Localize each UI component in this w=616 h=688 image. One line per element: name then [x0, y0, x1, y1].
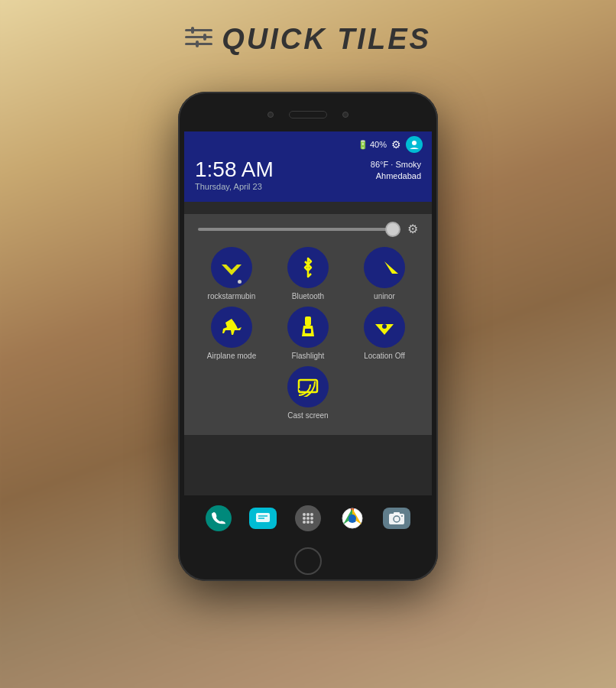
nav-chat[interactable] — [249, 508, 277, 529]
svg-rect-10 — [305, 316, 311, 326]
tile-cast-circle — [287, 366, 329, 407]
svg-point-34 — [310, 521, 313, 524]
nav-camera[interactable] — [383, 508, 410, 529]
tile-flashlight-label: Flashlight — [292, 352, 325, 360]
nav-chrome[interactable] — [339, 505, 365, 531]
tile-wifi-label: rockstarmubin — [208, 292, 256, 300]
svg-marker-9 — [384, 261, 398, 274]
svg-point-28 — [310, 513, 313, 516]
brightness-slider[interactable] — [198, 228, 400, 231]
status-bar: 🔋 40% ⚙ — [184, 131, 432, 156]
svg-point-37 — [349, 514, 356, 522]
tiles-grid: rockstarmubin Bluetooth — [184, 244, 432, 426]
svg-point-30 — [306, 517, 310, 520]
svg-point-32 — [303, 521, 306, 524]
tile-flashlight-circle — [287, 307, 329, 348]
home-button[interactable] — [294, 547, 322, 575]
brightness-auto-icon[interactable]: ⚙ — [407, 222, 418, 236]
nav-phone[interactable] — [206, 505, 232, 531]
svg-rect-0 — [185, 29, 212, 31]
tile-location[interactable]: Location Off — [348, 307, 421, 360]
title-icon — [185, 25, 212, 54]
svg-rect-12 — [305, 329, 311, 333]
sensor-dot — [342, 112, 349, 118]
weather-city: Ahmedabad — [371, 170, 421, 182]
time-block: 1:58 AM Thursday, April 23 — [195, 159, 274, 191]
tile-location-circle — [364, 307, 405, 348]
settings-icon[interactable]: ⚙ — [391, 138, 401, 151]
svg-point-27 — [306, 513, 310, 516]
phone-screen: 🔋 40% ⚙ 1:58 AM Thursday, April 23 — [184, 131, 432, 541]
earpiece-speaker — [289, 111, 327, 118]
tile-airplane-circle — [211, 307, 252, 348]
svg-point-29 — [303, 517, 306, 520]
user-avatar[interactable] — [406, 136, 423, 153]
phone-device: 🔋 40% ⚙ 1:58 AM Thursday, April 23 — [178, 92, 438, 581]
svg-point-14 — [382, 324, 387, 329]
tile-cast-label: Cast screen — [287, 411, 328, 420]
weather-temp: 86°F · Smoky — [371, 159, 421, 170]
tile-location-label: Location Off — [364, 352, 405, 360]
bottom-nav — [184, 495, 432, 541]
tile-bluetooth-circle — [287, 247, 329, 288]
svg-point-41 — [401, 515, 403, 517]
wifi-dot — [238, 280, 242, 284]
tile-airplane-label: Airplane mode — [207, 352, 256, 360]
phone-home-area — [294, 547, 322, 575]
svg-rect-5 — [196, 41, 199, 47]
tile-bluetooth-label: Bluetooth — [292, 292, 324, 300]
tile-wifi[interactable]: rockstarmubin — [195, 247, 268, 300]
svg-point-26 — [303, 513, 306, 516]
current-time: 1:58 AM — [195, 159, 274, 180]
tile-cast[interactable]: Cast screen — [271, 366, 345, 420]
nav-apps[interactable] — [295, 505, 321, 531]
svg-rect-40 — [394, 512, 400, 514]
svg-rect-3 — [191, 27, 194, 34]
svg-point-31 — [310, 517, 313, 520]
svg-rect-23 — [256, 513, 270, 522]
page-title: QUICK TILES — [222, 23, 431, 56]
current-date: Thursday, April 23 — [195, 182, 274, 191]
tile-uninor-circle — [364, 247, 405, 288]
notification-panel: 🔋 40% ⚙ 1:58 AM Thursday, April 23 — [184, 131, 432, 202]
svg-rect-1 — [185, 36, 212, 38]
quick-tiles-area: ⚙ rockstarmubin — [184, 214, 432, 435]
brightness-row: ⚙ — [184, 214, 432, 244]
tile-uninor-label: uninor — [374, 292, 395, 300]
phone-top-bar — [178, 99, 438, 130]
svg-point-33 — [306, 521, 310, 524]
title-area: QUICK TILES — [0, 23, 616, 56]
tile-wifi-circle — [211, 247, 252, 288]
tile-uninor[interactable]: uninor — [348, 247, 421, 300]
svg-point-6 — [412, 141, 417, 145]
tile-bluetooth[interactable]: Bluetooth — [271, 247, 345, 300]
battery-indicator: 🔋 40% — [358, 140, 387, 150]
tile-flashlight[interactable]: Flashlight — [271, 307, 345, 360]
svg-rect-4 — [203, 34, 206, 41]
status-icons: 🔋 40% ⚙ — [358, 136, 423, 153]
time-weather-bar: 1:58 AM Thursday, April 23 86°F · Smoky … — [184, 156, 432, 202]
tile-airplane[interactable]: Airplane mode — [195, 307, 268, 360]
front-camera — [267, 112, 274, 118]
weather-block: 86°F · Smoky Ahmedabad — [371, 159, 421, 183]
